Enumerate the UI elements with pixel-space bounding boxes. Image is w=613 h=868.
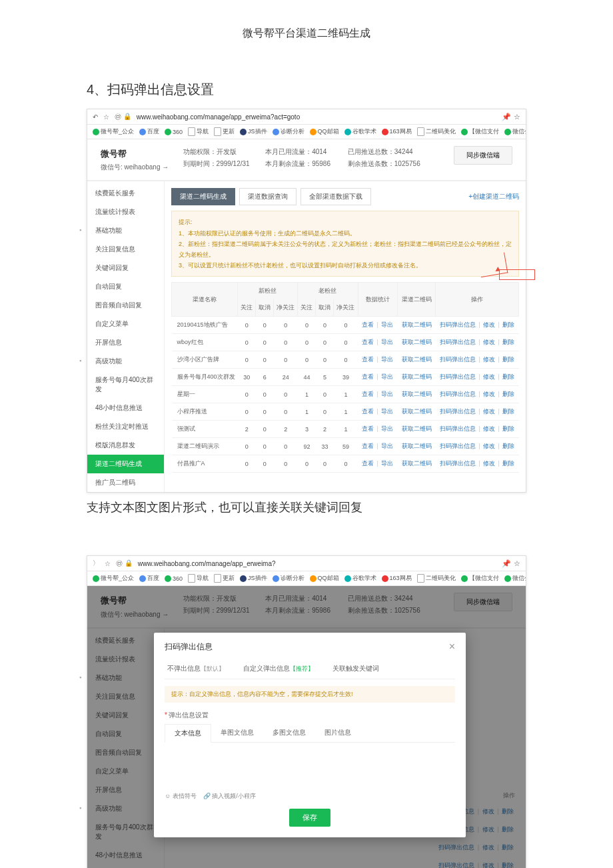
delete-link[interactable]: 删除 (502, 356, 514, 363)
bookmark-item[interactable]: 【微信支付 (461, 574, 499, 583)
sidebar-item[interactable]: 高级功能▪ (87, 799, 164, 818)
delete-link[interactable]: 删除 (502, 339, 514, 345)
msg-type-tab[interactable]: 图片信息 (315, 724, 360, 742)
star-icon[interactable]: ☆ (105, 560, 111, 567)
popup-info-link[interactable]: 扫码弹出信息 (440, 443, 476, 449)
delete-link[interactable]: 删除 (502, 443, 514, 449)
modal-tab-none[interactable]: 不弹出信息【默认】 (165, 661, 227, 679)
delete-link[interactable]: 删除 (502, 391, 514, 397)
back-icon[interactable]: 〉 (93, 559, 99, 568)
bookmark-item[interactable]: 诊断分析 (273, 127, 305, 136)
bookmark-item[interactable]: 导航 (188, 127, 209, 136)
msg-type-tab[interactable]: 多图文信息 (263, 724, 315, 742)
delete-link[interactable]: 删除 (502, 460, 514, 467)
bookmark-item[interactable]: 更新 (214, 127, 235, 136)
bookmark-item[interactable]: 谷歌学术 (344, 127, 376, 136)
delete-link[interactable]: 删除 (502, 425, 514, 432)
bookmark-item[interactable]: 微号帮_公众 (93, 127, 134, 136)
sidebar-item[interactable]: 关注回复信息 (87, 240, 164, 259)
sidebar-item[interactable]: 自动回复 (87, 725, 164, 743)
sync-button[interactable]: 同步微信端 (454, 146, 512, 165)
bookmark-item[interactable]: 163网易 (382, 127, 412, 136)
modal-tab-keyword[interactable]: 关联触发关键词 (330, 661, 382, 679)
export-link[interactable]: 导出 (381, 391, 393, 397)
popup-info-link[interactable]: 扫码弹出信息 (440, 321, 476, 328)
sidebar-item[interactable]: 粉丝关注定时推送 (87, 865, 164, 868)
export-link[interactable]: 导出 (381, 460, 393, 467)
sidebar-item[interactable]: 自动回复 (87, 277, 164, 296)
export-link[interactable]: 导出 (381, 425, 393, 432)
export-link[interactable]: 导出 (381, 443, 393, 449)
bookmark-item[interactable]: 【微信支付 (461, 127, 499, 136)
get-qr-link[interactable]: 获取二维码 (402, 443, 432, 449)
sidebar-item[interactable]: 自定义菜单 (87, 315, 164, 333)
sidebar-item[interactable]: 流量统计报表 (87, 650, 164, 669)
content-tab[interactable]: 渠道二维码生成 (171, 188, 235, 205)
sidebar-item[interactable]: 流量统计报表 (87, 203, 164, 221)
delete-link[interactable]: 删除 (502, 321, 514, 328)
sidebar-item[interactable]: 续费延长服务 (87, 631, 164, 650)
star-icon[interactable]: ☆ (103, 113, 109, 121)
sidebar-item[interactable]: 服务号每月400次群发 (87, 818, 164, 846)
msg-type-tab[interactable]: 单图文信息 (211, 724, 263, 742)
popup-info-link[interactable]: 扫码弹出信息 (440, 339, 476, 345)
edit-link[interactable]: 修改 (483, 373, 495, 380)
fav-icon[interactable]: ☆ (514, 559, 520, 568)
bookmark-item[interactable]: 163网易 (382, 574, 412, 583)
export-link[interactable]: 导出 (381, 321, 393, 328)
popup-info-link[interactable]: 扫码弹出信息 (440, 373, 476, 380)
back-icon[interactable]: ↶ (93, 113, 98, 121)
sidebar-item[interactable]: 自定义菜单 (87, 762, 164, 781)
sidebar-item[interactable]: 关键词回复 (87, 259, 164, 277)
delete-link[interactable]: 删除 (502, 373, 514, 380)
bookmark-item[interactable]: 更新 (214, 574, 235, 583)
sidebar-item[interactable]: 开屏信息 (87, 333, 164, 352)
editor-textarea[interactable] (165, 743, 455, 789)
view-link[interactable]: 查看 (362, 443, 374, 449)
close-icon[interactable]: × (449, 641, 455, 653)
bookmark-item[interactable]: JS插件 (240, 574, 267, 583)
popup-info-link[interactable]: 扫码弹出信息 (440, 460, 476, 467)
pin-icon[interactable]: 📌 (502, 113, 511, 121)
emoji-button[interactable]: ☺ 表情符号 (165, 792, 197, 801)
view-link[interactable]: 查看 (362, 425, 374, 432)
sidebar-item[interactable]: 开屏信息 (87, 781, 164, 799)
popup-info-link[interactable]: 扫码弹出信息 (440, 391, 476, 397)
sidebar-item[interactable]: 渠道二维码生成 (87, 455, 164, 473)
popup-info-link[interactable]: 扫码弹出信息 (440, 408, 476, 415)
view-link[interactable]: 查看 (362, 356, 374, 363)
get-qr-link[interactable]: 获取二维码 (402, 391, 432, 397)
sidebar-item[interactable]: 关注回复信息 (87, 687, 164, 706)
sync-button[interactable]: 同步微信端 (454, 593, 512, 611)
content-tab[interactable]: 渠道数据查询 (239, 188, 297, 205)
bookmark-item[interactable]: 微号帮_公众 (93, 574, 134, 583)
edit-link[interactable]: 修改 (483, 425, 495, 432)
popup-info-link[interactable]: 扫码弹出信息 (440, 356, 476, 363)
sidebar-item[interactable]: 基础功能▪ (87, 221, 164, 240)
bookmark-item[interactable]: 二维码美化 (417, 127, 456, 136)
export-link[interactable]: 导出 (381, 408, 393, 415)
view-link[interactable]: 查看 (362, 339, 374, 345)
sidebar-item[interactable]: 基础功能▪ (87, 669, 164, 687)
get-qr-link[interactable]: 获取二维码 (402, 425, 432, 432)
edit-link[interactable]: 修改 (483, 443, 495, 449)
export-link[interactable]: 导出 (381, 339, 393, 345)
sidebar-item[interactable]: 推广员二维码 (87, 473, 164, 492)
get-qr-link[interactable]: 获取二维码 (402, 339, 432, 345)
sidebar-item[interactable]: 粉丝关注定时推送 (87, 417, 164, 436)
content-tab[interactable]: 全部渠道数据下载 (301, 188, 371, 205)
edit-link[interactable]: 修改 (483, 356, 495, 363)
edit-link[interactable]: 修改 (483, 321, 495, 328)
bookmark-item[interactable]: QQ邮箱 (310, 127, 339, 136)
msg-type-tab[interactable]: 文本信息 (165, 724, 211, 743)
bookmark-item[interactable]: 微信公众平 (504, 574, 526, 583)
view-link[interactable]: 查看 (362, 460, 374, 467)
view-link[interactable]: 查看 (362, 408, 374, 415)
sidebar-item[interactable]: 48小时信息推送 (87, 846, 164, 865)
get-qr-link[interactable]: 获取二维码 (402, 460, 432, 467)
sidebar-item[interactable]: 续费延长服务 (87, 184, 164, 203)
pin-icon[interactable]: 📌 (502, 559, 511, 568)
bookmark-item[interactable]: QQ邮箱 (310, 574, 339, 583)
bookmark-item[interactable]: 360 (165, 575, 183, 582)
bookmark-item[interactable]: 二维码美化 (417, 574, 456, 583)
